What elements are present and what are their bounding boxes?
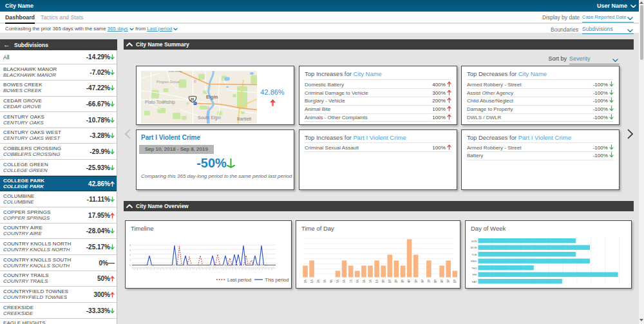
svg-text:TUE: TUE	[471, 253, 477, 256]
svg-text:4P: 4P	[408, 280, 411, 283]
svg-text:South Elgin: South Elgin	[198, 115, 221, 120]
svg-text:MON: MON	[471, 246, 477, 249]
svg-text:11A: 11A	[375, 280, 379, 283]
svg-text:10A: 10A	[369, 280, 372, 283]
svg-text:9P: 9P	[440, 280, 444, 283]
svg-text:Elgin: Elgin	[206, 93, 218, 99]
svg-text:6A: 6A	[343, 280, 346, 283]
svg-text:8P: 8P	[434, 280, 437, 283]
svg-text:11P: 11P	[453, 280, 457, 283]
svg-text:8A: 8A	[356, 280, 359, 283]
svg-text:1: 1	[129, 258, 131, 262]
svg-text:12A: 12A	[304, 280, 307, 283]
svg-text:2P: 2P	[395, 280, 398, 283]
svg-text:3P: 3P	[401, 280, 404, 283]
svg-text:2: 2	[129, 253, 131, 256]
svg-text:WED: WED	[471, 260, 477, 263]
svg-text:5A: 5A	[336, 280, 339, 283]
svg-text:7P: 7P	[428, 280, 431, 283]
svg-text:FRI: FRI	[473, 273, 477, 276]
svg-text:1P: 1P	[388, 280, 392, 283]
svg-text:7A: 7A	[350, 280, 353, 283]
svg-text:4A: 4A	[330, 280, 333, 283]
svg-text:Pingree Grove: Pingree Grove	[156, 80, 179, 84]
svg-text:SAT: SAT	[472, 280, 477, 283]
svg-text:20: 20	[190, 97, 194, 101]
svg-text:2A: 2A	[317, 280, 320, 283]
svg-text:1A: 1A	[310, 280, 314, 283]
svg-text:3: 3	[129, 249, 131, 252]
svg-text:THU: THU	[471, 267, 477, 270]
svg-text:6P: 6P	[421, 280, 424, 283]
svg-text:0: 0	[129, 263, 131, 267]
svg-text:5P: 5P	[415, 280, 418, 283]
svg-text:3A: 3A	[323, 280, 327, 283]
svg-text:Plato Township: Plato Township	[145, 100, 175, 105]
svg-text:10P: 10P	[447, 280, 450, 283]
svg-text:12P: 12P	[382, 280, 385, 283]
svg-text:9A: 9A	[363, 280, 366, 283]
svg-text:4: 4	[129, 243, 131, 247]
svg-text:SUN: SUN	[471, 240, 477, 243]
svg-text:Township: Township	[167, 71, 182, 73]
svg-text:Bartlett: Bartlett	[237, 117, 251, 121]
